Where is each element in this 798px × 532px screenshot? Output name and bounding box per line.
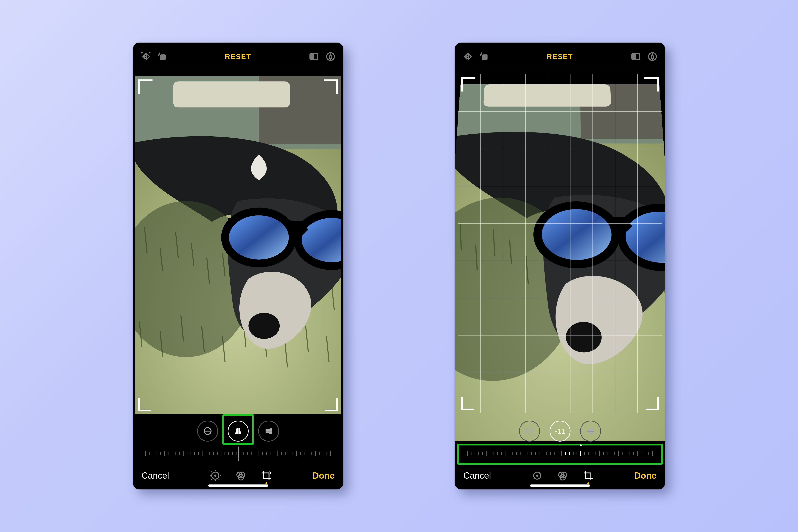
edited-photo: [135, 76, 341, 414]
aspect-ratio-icon[interactable]: [309, 52, 319, 62]
flip-horizontal-icon[interactable]: [462, 52, 473, 62]
svg-line-73: [218, 479, 220, 480]
rotate-ccw-icon[interactable]: [479, 52, 489, 62]
svg-point-89: [537, 205, 617, 264]
photo-canvas[interactable]: [133, 71, 343, 416]
svg-point-145: [536, 475, 538, 476]
aspect-ratio-icon[interactable]: [631, 52, 641, 62]
svg-rect-0: [160, 54, 166, 60]
perspective-tool-row: [133, 416, 343, 445]
horizontal-perspective-tool-icon[interactable]: [258, 421, 279, 441]
cancel-button[interactable]: Cancel: [141, 471, 169, 481]
svg-point-9: [248, 313, 280, 339]
editor-top-toolbar: RESET: [133, 42, 343, 71]
reset-button[interactable]: RESET: [489, 53, 631, 61]
photo-crop-frame[interactable]: [455, 71, 665, 416]
straighten-tool-icon[interactable]: [197, 421, 218, 441]
editor-top-toolbar: RESET: [455, 42, 665, 71]
home-indicator[interactable]: [208, 484, 268, 487]
photo-crop-frame[interactable]: [135, 76, 341, 414]
markup-pen-icon[interactable]: [647, 52, 658, 62]
filters-icon[interactable]: [235, 470, 246, 481]
vertical-perspective-tool-icon[interactable]: -11: [550, 421, 570, 441]
perspective-value: -11: [555, 427, 565, 435]
phone-screenshot-left: RESET: [133, 42, 343, 490]
vertical-perspective-tool-icon[interactable]: [228, 421, 249, 441]
svg-rect-86: [483, 84, 611, 107]
svg-rect-79: [482, 54, 488, 60]
svg-rect-81: [632, 54, 636, 60]
adjust-dial-icon[interactable]: [532, 470, 543, 481]
dial-origin-marker: [580, 444, 582, 446]
home-indicator[interactable]: [530, 484, 590, 487]
svg-line-75: [218, 472, 220, 472]
reset-button[interactable]: RESET: [167, 53, 309, 61]
cancel-button[interactable]: Cancel: [463, 471, 491, 481]
svg-point-11: [298, 214, 341, 266]
perspective-dial[interactable]: [455, 445, 665, 466]
rotate-ccw-icon[interactable]: [157, 52, 167, 62]
svg-point-67: [214, 475, 216, 476]
photo-canvas[interactable]: [455, 71, 665, 416]
edited-photo: [455, 84, 665, 441]
horizontal-perspective-tool-icon[interactable]: [580, 421, 601, 441]
crop-rotate-icon[interactable]: [261, 470, 272, 481]
perspective-dial[interactable]: [133, 445, 343, 466]
filters-icon[interactable]: [557, 470, 568, 481]
phone-screenshot-right: RESET: [455, 42, 665, 490]
svg-point-10: [225, 211, 292, 263]
done-button[interactable]: Done: [312, 471, 335, 481]
flip-horizontal-icon[interactable]: [140, 52, 151, 62]
straighten-tool-icon[interactable]: [519, 421, 540, 441]
svg-rect-2: [310, 54, 314, 60]
svg-line-74: [211, 479, 212, 480]
done-button[interactable]: Done: [634, 471, 657, 481]
adjust-dial-icon[interactable]: [210, 470, 221, 481]
svg-rect-7: [173, 81, 290, 108]
svg-line-72: [211, 472, 212, 472]
crop-rotate-icon[interactable]: [583, 470, 593, 481]
markup-pen-icon[interactable]: [325, 52, 336, 62]
